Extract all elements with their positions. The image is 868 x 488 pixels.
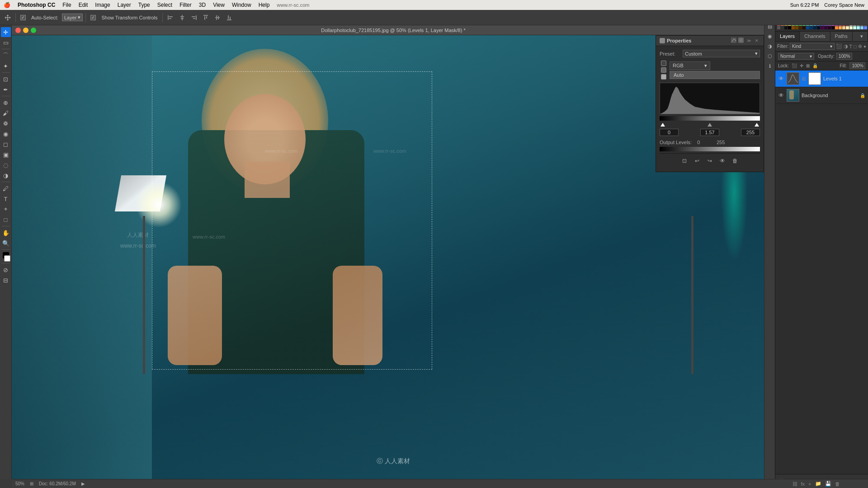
info-icon[interactable]: ℹ bbox=[765, 61, 774, 70]
delete-adjustment-btn[interactable]: 🗑 bbox=[731, 156, 740, 165]
tab-channels[interactable]: Channels bbox=[800, 32, 830, 41]
healing-tool[interactable]: ⊕ bbox=[1, 98, 11, 108]
menu-window[interactable]: Window bbox=[232, 2, 251, 8]
swatch-color[interactable] bbox=[860, 26, 863, 29]
eraser-tool[interactable]: ◻ bbox=[1, 139, 11, 149]
filter-kind-dropdown[interactable]: Kind ▾ bbox=[790, 43, 835, 50]
align-top-icon[interactable] bbox=[201, 12, 211, 23]
selection-tool[interactable]: ▭ bbox=[1, 38, 11, 47]
history-tool[interactable]: ◉ bbox=[1, 129, 11, 139]
save-icon[interactable]: 💾 bbox=[825, 481, 831, 487]
swatch-color[interactable] bbox=[846, 26, 849, 29]
filter-icon-type[interactable]: T bbox=[849, 44, 853, 49]
toggle-visibility-btn[interactable]: 👁 bbox=[718, 156, 727, 165]
swatch-color[interactable] bbox=[792, 26, 795, 29]
fx-icon[interactable]: fx bbox=[801, 481, 805, 487]
align-middle-icon[interactable] bbox=[212, 12, 222, 23]
menu-image[interactable]: Image bbox=[95, 2, 110, 8]
layer-item-levels[interactable]: 👁 ⛓ Levels 1 bbox=[775, 70, 868, 87]
crop-tool[interactable]: ⊡ bbox=[1, 74, 11, 84]
text-tool[interactable]: T bbox=[1, 194, 11, 204]
auto-select-check[interactable] bbox=[20, 15, 26, 20]
filter-icon-adjust[interactable]: ◑ bbox=[844, 43, 848, 49]
align-bottom-icon[interactable] bbox=[224, 12, 234, 23]
new-doc-icon[interactable]: + bbox=[808, 481, 811, 487]
swatch-color[interactable] bbox=[781, 26, 784, 29]
move-tool-icon[interactable] bbox=[3, 12, 13, 23]
blend-mode-dropdown[interactable]: Normal ▾ bbox=[778, 53, 814, 60]
filter-icon-smart[interactable]: ⊕ bbox=[858, 43, 862, 49]
midtone-input[interactable] bbox=[700, 129, 719, 136]
dodge-tool[interactable]: ◑ bbox=[1, 170, 11, 180]
swatch-color[interactable] bbox=[777, 26, 780, 29]
close-button[interactable] bbox=[15, 28, 21, 33]
properties-menu-btn[interactable]: ≡ bbox=[738, 38, 744, 43]
gradient-tool[interactable]: ▣ bbox=[1, 150, 11, 160]
menu-help[interactable]: Help bbox=[259, 2, 270, 8]
swatch-color[interactable] bbox=[831, 26, 835, 29]
align-left-icon[interactable] bbox=[165, 12, 175, 23]
midtone-slider[interactable] bbox=[708, 123, 712, 127]
pen-tool[interactable]: 🖊 bbox=[1, 183, 11, 193]
adjustments-icon[interactable]: ◑ bbox=[765, 42, 774, 51]
black-point-slider[interactable] bbox=[660, 123, 665, 127]
zoom-tool[interactable]: 🔍 bbox=[1, 238, 11, 248]
white-point-slider[interactable] bbox=[755, 123, 759, 127]
eyedropper-tool[interactable]: ✒ bbox=[1, 84, 11, 94]
eyedropper-white[interactable] bbox=[661, 74, 666, 80]
clip-to-layer-btn[interactable]: ⊡ bbox=[680, 156, 689, 165]
tab-paths[interactable]: Paths bbox=[830, 32, 853, 41]
clone-tool[interactable]: ❁ bbox=[1, 118, 11, 128]
styles-icon[interactable]: ⬡ bbox=[765, 52, 774, 61]
levels-slider-track[interactable] bbox=[660, 116, 760, 121]
screen-mode[interactable]: ⊟ bbox=[1, 275, 11, 285]
filter-icon-shape[interactable]: □ bbox=[854, 44, 857, 49]
menu-type[interactable]: Type bbox=[138, 2, 150, 8]
transform-controls-check[interactable] bbox=[90, 15, 96, 20]
expand-icon[interactable]: ⊞ bbox=[30, 481, 33, 486]
minimize-button[interactable] bbox=[23, 28, 28, 33]
layer-item-background[interactable]: 👁 Background 🔒 bbox=[775, 87, 868, 104]
auto-select-checkbox[interactable] bbox=[19, 12, 28, 23]
swatch-color[interactable] bbox=[839, 26, 842, 29]
eyedropper-gray[interactable] bbox=[661, 67, 666, 73]
menu-edit[interactable]: Edit bbox=[79, 2, 88, 8]
swatch-color[interactable] bbox=[864, 26, 867, 29]
filter-toggle[interactable]: ● bbox=[863, 44, 866, 49]
patterns-icon[interactable]: ◉ bbox=[765, 32, 774, 41]
prev-state-btn[interactable]: ↩ bbox=[693, 156, 702, 165]
auto-button[interactable]: Auto bbox=[670, 71, 760, 79]
opacity-input[interactable]: 100% bbox=[836, 53, 852, 60]
background-color[interactable] bbox=[4, 255, 10, 262]
move-tool[interactable]: ✛ bbox=[1, 27, 11, 37]
lock-artboard-icon[interactable]: ⊞ bbox=[806, 63, 810, 68]
lock-position-icon[interactable]: ✛ bbox=[800, 63, 803, 68]
swatch-color[interactable] bbox=[795, 26, 798, 29]
properties-close-btn[interactable]: ✕ bbox=[754, 38, 760, 44]
swatch-color[interactable] bbox=[806, 26, 809, 29]
menu-layer[interactable]: Layer bbox=[118, 2, 131, 8]
black-point-input[interactable] bbox=[660, 129, 679, 136]
menu-view[interactable]: View bbox=[213, 2, 225, 8]
forward-icon[interactable]: ▶ bbox=[81, 481, 85, 486]
swatch-color[interactable] bbox=[828, 26, 831, 29]
filter-icon-pixel[interactable]: ⬛ bbox=[836, 43, 842, 49]
link-icon[interactable]: ⛓ bbox=[793, 481, 797, 487]
swatch-color[interactable] bbox=[824, 26, 827, 29]
folder-icon[interactable]: 📁 bbox=[815, 481, 821, 487]
swatch-color[interactable] bbox=[784, 26, 788, 29]
swatch-color[interactable] bbox=[810, 26, 813, 29]
swatch-color[interactable] bbox=[788, 26, 791, 29]
menu-filter[interactable]: Filter bbox=[179, 2, 192, 8]
swatch-color[interactable] bbox=[849, 26, 853, 29]
menu-3d[interactable]: 3D bbox=[199, 2, 206, 8]
maximize-button[interactable] bbox=[31, 28, 36, 33]
swatch-color[interactable] bbox=[835, 26, 838, 29]
swatch-color[interactable] bbox=[802, 26, 806, 29]
next-state-btn[interactable]: ↪ bbox=[705, 156, 714, 165]
swatch-color[interactable] bbox=[857, 26, 860, 29]
menu-file[interactable]: File bbox=[62, 2, 71, 8]
channel-dropdown[interactable]: RGB ▾ bbox=[670, 61, 710, 70]
swatch-color[interactable] bbox=[799, 26, 802, 29]
swatch-color[interactable] bbox=[821, 26, 824, 29]
